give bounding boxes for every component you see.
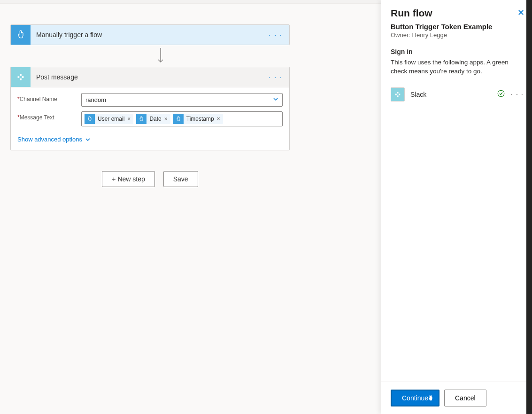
- show-advanced-options-link[interactable]: Show advanced options: [17, 136, 91, 143]
- connection-name: Slack: [410, 91, 491, 98]
- owner-label: Owner: Henry Legge: [391, 31, 524, 39]
- save-button[interactable]: Save: [163, 171, 198, 187]
- token-remove-icon[interactable]: ×: [164, 116, 168, 122]
- chevron-down-icon: [273, 96, 278, 103]
- slack-icon: [11, 67, 31, 87]
- channel-name-label: *Channel Name: [17, 93, 81, 102]
- manual-trigger-icon: [11, 25, 31, 45]
- continue-button[interactable]: Continue: [391, 390, 439, 406]
- trigger-menu-icon[interactable]: · · ·: [262, 31, 289, 39]
- button-trigger-icon: [136, 114, 146, 124]
- token-timestamp[interactable]: Timestamp ×: [173, 114, 223, 124]
- window-border: [526, 0, 532, 414]
- token-user-email[interactable]: User email ×: [85, 114, 133, 124]
- flow-arrow: [21, 45, 300, 67]
- new-step-button[interactable]: + New step: [102, 171, 154, 187]
- channel-name-select[interactable]: random: [81, 93, 283, 107]
- flow-canvas: Manually trigger a flow · · · Post messa…: [0, 4, 379, 414]
- button-trigger-icon: [85, 114, 95, 124]
- connection-row-slack: Slack · · ·: [391, 87, 524, 102]
- panel-title: Run flow: [391, 8, 524, 19]
- post-message-card[interactable]: Post message · · · *Channel Name random …: [10, 67, 290, 150]
- action-title: Post message: [31, 73, 262, 81]
- flow-name: Button Trigger Token Example: [391, 23, 524, 31]
- token-remove-icon[interactable]: ×: [217, 116, 220, 122]
- signin-description: This flow uses the following apps. A gre…: [391, 58, 524, 76]
- run-flow-panel: ✕ Run flow Button Trigger Token Example …: [381, 0, 532, 414]
- trigger-card[interactable]: Manually trigger a flow · · ·: [10, 24, 290, 45]
- check-circle-icon: [497, 89, 505, 100]
- svg-point-0: [498, 90, 504, 97]
- close-icon[interactable]: ✕: [517, 8, 524, 18]
- signin-heading: Sign in: [391, 48, 524, 55]
- token-date[interactable]: Date ×: [136, 114, 170, 124]
- channel-name-value: random: [85, 96, 106, 103]
- slack-connection-icon: [391, 87, 405, 102]
- action-menu-icon[interactable]: · · ·: [262, 73, 289, 81]
- button-trigger-icon: [173, 114, 184, 124]
- connection-menu-icon[interactable]: · · ·: [511, 90, 524, 99]
- token-remove-icon[interactable]: ×: [127, 116, 131, 122]
- message-text-label: *Message Text: [17, 111, 81, 121]
- trigger-title: Manually trigger a flow: [31, 31, 262, 39]
- cursor-pointer-icon: [427, 394, 434, 403]
- chevron-down-icon: [85, 137, 91, 142]
- panel-footer: Continue Cancel: [381, 382, 532, 414]
- cancel-button[interactable]: Cancel: [444, 390, 486, 406]
- message-text-input[interactable]: User email × Date × Timestamp: [81, 111, 283, 126]
